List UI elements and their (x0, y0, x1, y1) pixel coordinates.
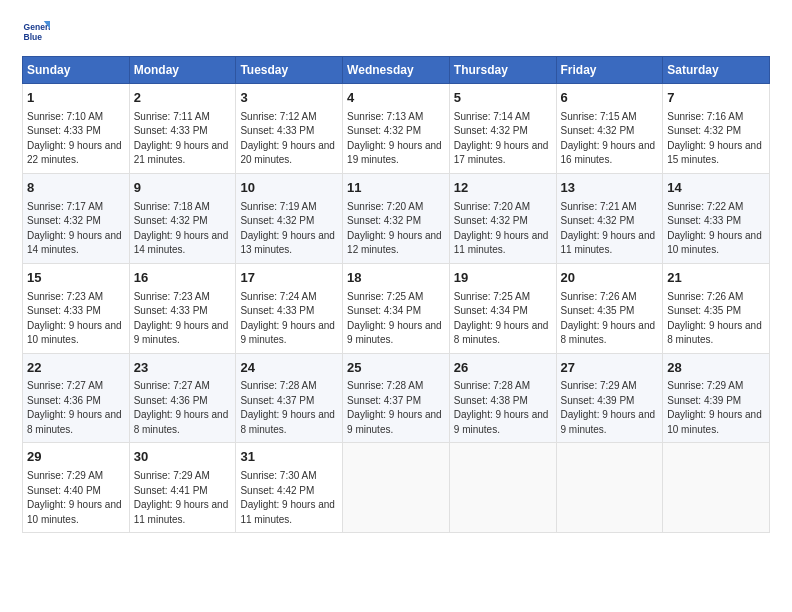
calendar-cell: 1Sunrise: 7:10 AMSunset: 4:33 PMDaylight… (23, 84, 130, 174)
calendar-page: General Blue SundayMondayTuesdayWednesda… (0, 0, 792, 612)
calendar-cell: 23Sunrise: 7:27 AMSunset: 4:36 PMDayligh… (129, 353, 236, 443)
cell-info: Sunrise: 7:29 AMSunset: 4:39 PMDaylight:… (667, 380, 762, 435)
calendar-cell: 18Sunrise: 7:25 AMSunset: 4:34 PMDayligh… (343, 263, 450, 353)
day-number: 21 (667, 269, 765, 288)
calendar-cell: 24Sunrise: 7:28 AMSunset: 4:37 PMDayligh… (236, 353, 343, 443)
day-number: 19 (454, 269, 552, 288)
day-number: 26 (454, 359, 552, 378)
day-number: 29 (27, 448, 125, 467)
day-number: 16 (134, 269, 232, 288)
calendar-week-2: 8Sunrise: 7:17 AMSunset: 4:32 PMDaylight… (23, 173, 770, 263)
calendar-cell (449, 443, 556, 533)
cell-info: Sunrise: 7:12 AMSunset: 4:33 PMDaylight:… (240, 111, 335, 166)
calendar-cell: 4Sunrise: 7:13 AMSunset: 4:32 PMDaylight… (343, 84, 450, 174)
day-number: 18 (347, 269, 445, 288)
calendar-cell: 25Sunrise: 7:28 AMSunset: 4:37 PMDayligh… (343, 353, 450, 443)
cell-info: Sunrise: 7:25 AMSunset: 4:34 PMDaylight:… (347, 291, 442, 346)
cell-info: Sunrise: 7:29 AMSunset: 4:40 PMDaylight:… (27, 470, 122, 525)
calendar-cell: 5Sunrise: 7:14 AMSunset: 4:32 PMDaylight… (449, 84, 556, 174)
cell-info: Sunrise: 7:28 AMSunset: 4:37 PMDaylight:… (347, 380, 442, 435)
cell-info: Sunrise: 7:26 AMSunset: 4:35 PMDaylight:… (561, 291, 656, 346)
calendar-cell: 3Sunrise: 7:12 AMSunset: 4:33 PMDaylight… (236, 84, 343, 174)
calendar-cell: 10Sunrise: 7:19 AMSunset: 4:32 PMDayligh… (236, 173, 343, 263)
calendar-cell: 14Sunrise: 7:22 AMSunset: 4:33 PMDayligh… (663, 173, 770, 263)
day-number: 3 (240, 89, 338, 108)
day-number: 7 (667, 89, 765, 108)
day-number: 4 (347, 89, 445, 108)
day-number: 28 (667, 359, 765, 378)
calendar-week-1: 1Sunrise: 7:10 AMSunset: 4:33 PMDaylight… (23, 84, 770, 174)
cell-info: Sunrise: 7:29 AMSunset: 4:39 PMDaylight:… (561, 380, 656, 435)
cell-info: Sunrise: 7:21 AMSunset: 4:32 PMDaylight:… (561, 201, 656, 256)
day-number: 5 (454, 89, 552, 108)
cell-info: Sunrise: 7:27 AMSunset: 4:36 PMDaylight:… (134, 380, 229, 435)
cell-info: Sunrise: 7:29 AMSunset: 4:41 PMDaylight:… (134, 470, 229, 525)
calendar-cell: 28Sunrise: 7:29 AMSunset: 4:39 PMDayligh… (663, 353, 770, 443)
cell-info: Sunrise: 7:25 AMSunset: 4:34 PMDaylight:… (454, 291, 549, 346)
calendar-cell: 29Sunrise: 7:29 AMSunset: 4:40 PMDayligh… (23, 443, 130, 533)
day-number: 9 (134, 179, 232, 198)
cell-info: Sunrise: 7:15 AMSunset: 4:32 PMDaylight:… (561, 111, 656, 166)
calendar-cell: 31Sunrise: 7:30 AMSunset: 4:42 PMDayligh… (236, 443, 343, 533)
weekday-header-tuesday: Tuesday (236, 57, 343, 84)
cell-info: Sunrise: 7:28 AMSunset: 4:37 PMDaylight:… (240, 380, 335, 435)
cell-info: Sunrise: 7:23 AMSunset: 4:33 PMDaylight:… (134, 291, 229, 346)
day-number: 8 (27, 179, 125, 198)
cell-info: Sunrise: 7:20 AMSunset: 4:32 PMDaylight:… (347, 201, 442, 256)
cell-info: Sunrise: 7:30 AMSunset: 4:42 PMDaylight:… (240, 470, 335, 525)
svg-text:General: General (24, 22, 50, 32)
calendar-week-4: 22Sunrise: 7:27 AMSunset: 4:36 PMDayligh… (23, 353, 770, 443)
weekday-header-wednesday: Wednesday (343, 57, 450, 84)
calendar-cell: 17Sunrise: 7:24 AMSunset: 4:33 PMDayligh… (236, 263, 343, 353)
day-number: 11 (347, 179, 445, 198)
day-number: 24 (240, 359, 338, 378)
cell-info: Sunrise: 7:24 AMSunset: 4:33 PMDaylight:… (240, 291, 335, 346)
day-number: 30 (134, 448, 232, 467)
day-number: 15 (27, 269, 125, 288)
cell-info: Sunrise: 7:23 AMSunset: 4:33 PMDaylight:… (27, 291, 122, 346)
weekday-header-monday: Monday (129, 57, 236, 84)
day-number: 31 (240, 448, 338, 467)
calendar-cell: 6Sunrise: 7:15 AMSunset: 4:32 PMDaylight… (556, 84, 663, 174)
calendar-week-3: 15Sunrise: 7:23 AMSunset: 4:33 PMDayligh… (23, 263, 770, 353)
weekday-header-thursday: Thursday (449, 57, 556, 84)
cell-info: Sunrise: 7:11 AMSunset: 4:33 PMDaylight:… (134, 111, 229, 166)
day-number: 17 (240, 269, 338, 288)
cell-info: Sunrise: 7:14 AMSunset: 4:32 PMDaylight:… (454, 111, 549, 166)
cell-info: Sunrise: 7:19 AMSunset: 4:32 PMDaylight:… (240, 201, 335, 256)
calendar-cell (343, 443, 450, 533)
day-number: 14 (667, 179, 765, 198)
calendar-cell: 9Sunrise: 7:18 AMSunset: 4:32 PMDaylight… (129, 173, 236, 263)
day-number: 22 (27, 359, 125, 378)
cell-info: Sunrise: 7:22 AMSunset: 4:33 PMDaylight:… (667, 201, 762, 256)
weekday-header-saturday: Saturday (663, 57, 770, 84)
calendar-cell: 11Sunrise: 7:20 AMSunset: 4:32 PMDayligh… (343, 173, 450, 263)
calendar-cell: 21Sunrise: 7:26 AMSunset: 4:35 PMDayligh… (663, 263, 770, 353)
day-number: 6 (561, 89, 659, 108)
calendar-cell: 20Sunrise: 7:26 AMSunset: 4:35 PMDayligh… (556, 263, 663, 353)
calendar-cell: 8Sunrise: 7:17 AMSunset: 4:32 PMDaylight… (23, 173, 130, 263)
cell-info: Sunrise: 7:17 AMSunset: 4:32 PMDaylight:… (27, 201, 122, 256)
day-number: 1 (27, 89, 125, 108)
calendar-cell: 19Sunrise: 7:25 AMSunset: 4:34 PMDayligh… (449, 263, 556, 353)
cell-info: Sunrise: 7:27 AMSunset: 4:36 PMDaylight:… (27, 380, 122, 435)
weekday-header-sunday: Sunday (23, 57, 130, 84)
svg-text:Blue: Blue (24, 32, 43, 42)
logo: General Blue (22, 18, 54, 46)
weekday-header-friday: Friday (556, 57, 663, 84)
cell-info: Sunrise: 7:13 AMSunset: 4:32 PMDaylight:… (347, 111, 442, 166)
calendar-table: SundayMondayTuesdayWednesdayThursdayFrid… (22, 56, 770, 533)
day-number: 10 (240, 179, 338, 198)
day-number: 27 (561, 359, 659, 378)
day-number: 12 (454, 179, 552, 198)
calendar-cell: 30Sunrise: 7:29 AMSunset: 4:41 PMDayligh… (129, 443, 236, 533)
header: General Blue (22, 18, 770, 46)
calendar-cell: 7Sunrise: 7:16 AMSunset: 4:32 PMDaylight… (663, 84, 770, 174)
day-number: 25 (347, 359, 445, 378)
calendar-cell: 16Sunrise: 7:23 AMSunset: 4:33 PMDayligh… (129, 263, 236, 353)
cell-info: Sunrise: 7:18 AMSunset: 4:32 PMDaylight:… (134, 201, 229, 256)
cell-info: Sunrise: 7:16 AMSunset: 4:32 PMDaylight:… (667, 111, 762, 166)
cell-info: Sunrise: 7:10 AMSunset: 4:33 PMDaylight:… (27, 111, 122, 166)
cell-info: Sunrise: 7:28 AMSunset: 4:38 PMDaylight:… (454, 380, 549, 435)
day-number: 20 (561, 269, 659, 288)
